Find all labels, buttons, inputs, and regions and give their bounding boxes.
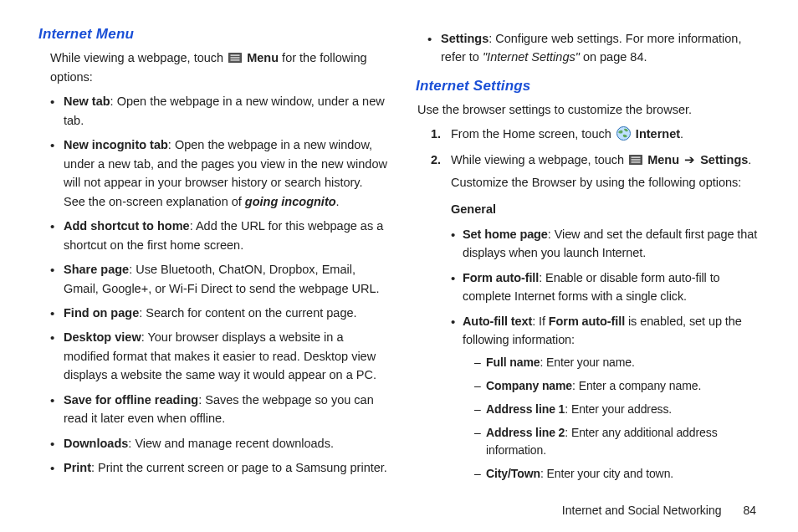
desc: : Search for content on the current page… [139, 306, 356, 320]
term: Add shortcut to home [64, 219, 190, 233]
desc: : Enter your address. [565, 402, 672, 416]
settings-intro: Use the browser settings to customize th… [417, 100, 765, 119]
list-item: New incognito tab: Open the webpage in a… [50, 136, 387, 211]
list-item: Address line 1: Enter your address. [474, 401, 765, 419]
right-column: Settings: Configure web settings. For mo… [416, 23, 765, 489]
heading-internet-settings: Internet Settings [416, 75, 765, 97]
list-item: New tab: Open the webpage in a new windo… [50, 92, 387, 130]
footer-label: Internet and Social Networking [562, 504, 722, 517]
term: Settings [441, 32, 489, 45]
step2-line2: Customize the Browser by using the follo… [451, 173, 765, 192]
desc: : Enter a company name. [572, 379, 701, 392]
step-2: While viewing a webpage, touch Menu ➔ Se… [431, 151, 765, 483]
list-item: Share page: Use Bluetooth, ChatON, Dropb… [50, 260, 387, 298]
svg-rect-1 [231, 55, 240, 56]
term: Desktop view [64, 330, 141, 344]
desc: : Enter your city and town. [540, 467, 673, 480]
desc-bold: Form auto-fill [549, 315, 625, 328]
list-item: Auto-fill text: If Form auto-fill is ena… [451, 312, 765, 483]
general-heading: General [451, 200, 765, 218]
list-item: Find on page: Search for content on the … [50, 304, 387, 322]
list-item: Settings: Configure web settings. For mo… [427, 29, 765, 67]
list-item: Set home page: View and set the default … [451, 225, 765, 263]
desc-tail: . [336, 195, 340, 208]
globe-icon [616, 126, 631, 146]
term: Company name [486, 379, 572, 392]
term: Address line 1 [486, 402, 565, 416]
menu-options-list: New tab: Open the webpage in a new windo… [50, 92, 387, 477]
menu-icon [228, 53, 242, 63]
list-item: Address line 2: Enter any additional add… [474, 424, 765, 460]
term: Auto-fill text [463, 315, 532, 328]
step-1: From the Home screen, touch Internet. [431, 125, 765, 146]
term: Share page [64, 263, 129, 276]
list-item: Save for offline reading: Saves the webp… [50, 391, 387, 428]
intro-menu-label: Menu [247, 51, 279, 64]
term: Set home page [463, 228, 548, 241]
manual-page: Internet Menu While viewing a webpage, t… [0, 0, 798, 489]
list-item: Form auto-fill: Enable or disable form a… [451, 269, 765, 306]
svg-rect-8 [632, 162, 641, 163]
general-options: Set home page: View and set the default … [451, 225, 765, 483]
settings-label: Settings [700, 153, 748, 166]
svg-rect-2 [231, 58, 240, 59]
svg-point-4 [616, 126, 630, 140]
svg-rect-6 [632, 157, 641, 158]
page-number: 84 [743, 504, 756, 517]
step2-before: While viewing a webpage, touch [451, 153, 627, 166]
cross-ref: "Internet Settings" [483, 50, 580, 64]
svg-rect-3 [231, 60, 240, 61]
autofill-fields: Full name: Enter your name. Company name… [474, 354, 765, 483]
svg-rect-7 [632, 160, 641, 161]
term: Full name [486, 356, 540, 369]
list-item: Desktop view: Your browser displays a we… [50, 328, 387, 384]
ref-after: on page 84. [580, 50, 647, 64]
heading-internet-menu: Internet Menu [38, 23, 387, 45]
step1-before: From the Home screen, touch [451, 127, 615, 141]
page-footer: Internet and Social Networking 84 [562, 504, 756, 517]
term: Save for offline reading [64, 393, 198, 407]
term: Print [64, 461, 91, 474]
settings-steps: From the Home screen, touch Internet. Wh… [431, 125, 765, 483]
step1-after: . [680, 127, 683, 141]
list-item: City/Town: Enter your city and town. [474, 465, 765, 483]
menu-label: Menu [647, 153, 679, 166]
step2-after: . [748, 153, 751, 166]
list-item: Downloads: View and manage recent downlo… [50, 434, 387, 453]
menu-options-continued: Settings: Configure web settings. For mo… [427, 29, 765, 67]
desc: : View and manage recent downloads. [128, 437, 334, 450]
term: New tab [64, 95, 110, 108]
desc: : Enter your name. [540, 356, 634, 369]
left-column: Internet Menu While viewing a webpage, t… [33, 23, 387, 489]
internet-label: Internet [636, 127, 680, 141]
term: Find on page [64, 306, 139, 320]
going-incognito: going incognito [245, 195, 336, 208]
term: City/Town [486, 467, 540, 480]
term: New incognito tab [64, 138, 168, 151]
desc: : Open the webpage in a new window, unde… [64, 95, 385, 126]
term: Form auto-fill [463, 271, 539, 284]
intro-before: While viewing a webpage, touch [50, 51, 227, 64]
term: Downloads [64, 437, 128, 450]
term: Address line 2 [486, 426, 565, 439]
list-item: Print: Print the current screen or page … [50, 458, 387, 477]
menu-icon [629, 155, 642, 165]
list-item: Company name: Enter a company name. [474, 377, 765, 396]
list-item: Add shortcut to home: Add the URL for th… [50, 217, 387, 254]
desc-before: : If [532, 315, 549, 328]
arrow-icon: ➔ [684, 151, 695, 169]
list-item: Full name: Enter your name. [474, 354, 765, 372]
internet-menu-intro: While viewing a webpage, touch Menu for … [50, 49, 387, 86]
desc: : Print the current screen or page to a … [91, 461, 387, 474]
